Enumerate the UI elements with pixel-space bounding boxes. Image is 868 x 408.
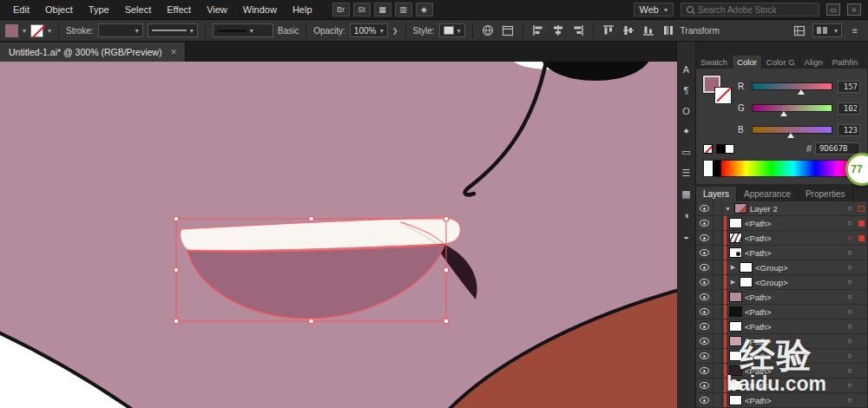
- expand-caret-icon[interactable]: ▶: [729, 279, 737, 286]
- visibility-toggle[interactable]: [696, 319, 713, 333]
- visibility-toggle[interactable]: [696, 393, 713, 407]
- layer-row[interactable]: <Path>: [696, 231, 867, 246]
- target-circle[interactable]: [843, 366, 857, 375]
- layer-row[interactable]: ▶<Group>: [696, 260, 867, 275]
- document-setup-icon[interactable]: [480, 23, 496, 38]
- menu-window[interactable]: Window: [235, 4, 285, 15]
- lock-cell[interactable]: [713, 364, 722, 378]
- green-slider[interactable]: [752, 104, 832, 112]
- menu-edit[interactable]: Edit: [5, 4, 37, 15]
- align-left-icon[interactable]: [530, 23, 546, 38]
- chevron-down-icon[interactable]: ▾: [23, 27, 26, 35]
- menu-effect[interactable]: Effect: [159, 4, 199, 15]
- artboards-icon[interactable]: ▭: [679, 146, 694, 159]
- chevron-down-icon[interactable]: ▾: [48, 27, 51, 35]
- blue-slider-thumb[interactable]: [787, 133, 794, 138]
- align-vertical-center-icon[interactable]: [621, 23, 636, 38]
- menu-select[interactable]: Select: [117, 4, 160, 15]
- close-tab-icon[interactable]: ×: [170, 46, 176, 58]
- visibility-toggle[interactable]: [696, 201, 713, 215]
- white-swatch[interactable]: [725, 144, 734, 154]
- search-input[interactable]: [698, 5, 813, 15]
- layer-row[interactable]: <Path>: [696, 246, 867, 260]
- lock-cell[interactable]: [713, 201, 722, 215]
- gradient-icon[interactable]: ◒: [679, 229, 694, 242]
- panel-options-icon[interactable]: ≡: [847, 3, 861, 16]
- target-circle[interactable]: [843, 396, 857, 405]
- shape-properties-icon[interactable]: [792, 23, 807, 38]
- tab-swatches[interactable]: Swatch: [696, 56, 733, 69]
- layer-row[interactable]: <Path>: [696, 334, 867, 349]
- target-circle[interactable]: [843, 204, 857, 213]
- align-right-icon[interactable]: [570, 23, 586, 38]
- tab-align[interactable]: Align: [800, 56, 828, 69]
- lock-cell[interactable]: [713, 290, 722, 304]
- appearance-icon[interactable]: ☰: [679, 167, 694, 180]
- target-circle[interactable]: [843, 322, 857, 331]
- tab-color[interactable]: Color: [733, 56, 762, 69]
- brush-definition-dropdown[interactable]: ▾: [213, 23, 273, 37]
- tab-appearance[interactable]: Appearance: [737, 187, 799, 201]
- paragraph-icon[interactable]: ¶: [679, 83, 694, 96]
- blue-slider[interactable]: [752, 126, 832, 134]
- stock-button[interactable]: St: [353, 3, 371, 16]
- lock-cell[interactable]: [713, 378, 722, 392]
- tab-properties[interactable]: Properties: [799, 187, 853, 201]
- target-circle[interactable]: [843, 263, 857, 272]
- visibility-toggle[interactable]: [696, 334, 713, 348]
- layer-row[interactable]: <Path>: [696, 319, 867, 334]
- preferences-icon[interactable]: [500, 23, 516, 38]
- canvas[interactable]: [0, 62, 677, 408]
- visibility-toggle[interactable]: [696, 290, 713, 304]
- target-circle[interactable]: [843, 248, 857, 257]
- target-circle[interactable]: [843, 352, 857, 360]
- target-circle[interactable]: [843, 293, 857, 301]
- menu-help[interactable]: Help: [285, 4, 320, 15]
- isolate-dropdown[interactable]: ▾: [812, 23, 842, 37]
- green-slider-thumb[interactable]: [780, 111, 787, 116]
- visibility-toggle[interactable]: [696, 275, 713, 289]
- lock-cell[interactable]: [713, 319, 722, 333]
- lock-cell[interactable]: [713, 305, 722, 319]
- minimize-panel-icon[interactable]: ▭: [826, 3, 840, 16]
- visibility-toggle[interactable]: [696, 378, 713, 392]
- transform-label[interactable]: Transform: [681, 26, 720, 36]
- character-icon[interactable]: A: [679, 63, 694, 76]
- lock-cell[interactable]: [713, 334, 722, 348]
- stroke-swatch[interactable]: [30, 24, 43, 37]
- fill-swatch[interactable]: [5, 24, 18, 37]
- visibility-toggle[interactable]: [696, 364, 713, 378]
- lock-cell[interactable]: [713, 260, 722, 274]
- spectrum-white[interactable]: [704, 161, 713, 176]
- layer-row[interactable]: ▼Layer 2: [696, 201, 867, 216]
- opacity-more-icon[interactable]: ❯: [392, 27, 398, 35]
- visibility-toggle[interactable]: [696, 231, 713, 245]
- panel-menu-icon[interactable]: ≡: [847, 23, 863, 38]
- lock-cell[interactable]: [713, 216, 722, 230]
- target-circle[interactable]: [843, 381, 857, 390]
- menu-object[interactable]: Object: [37, 4, 81, 15]
- lock-cell[interactable]: [713, 231, 722, 245]
- expand-caret-icon[interactable]: ▶: [729, 264, 737, 271]
- style-dropdown[interactable]: ▾: [439, 23, 465, 37]
- align-top-icon[interactable]: [601, 23, 616, 38]
- document-tab[interactable]: Untitled-1.ai* @ 300% (RGB/Preview) ×: [0, 43, 186, 62]
- lock-cell[interactable]: [713, 393, 722, 407]
- target-circle[interactable]: [843, 337, 857, 345]
- opacity-dropdown[interactable]: 100% ▾: [350, 23, 388, 37]
- color-spectrum[interactable]: [703, 160, 860, 177]
- red-value[interactable]: 157: [838, 81, 860, 93]
- layer-row[interactable]: <Path>: [696, 305, 867, 319]
- none-swatch[interactable]: [703, 144, 713, 154]
- blue-value[interactable]: 123: [838, 124, 860, 136]
- red-slider-thumb[interactable]: [798, 89, 805, 95]
- layer-row[interactable]: <Path>: [696, 364, 867, 378]
- distribute-icon[interactable]: [661, 23, 676, 38]
- target-circle[interactable]: [843, 234, 857, 242]
- align-center-icon[interactable]: [550, 23, 566, 38]
- stroke-weight-dropdown[interactable]: ▾: [98, 23, 143, 37]
- visibility-toggle[interactable]: [696, 349, 713, 363]
- target-circle[interactable]: [843, 219, 857, 227]
- hex-value-field[interactable]: 9D667B: [815, 142, 860, 155]
- target-circle[interactable]: [843, 278, 857, 286]
